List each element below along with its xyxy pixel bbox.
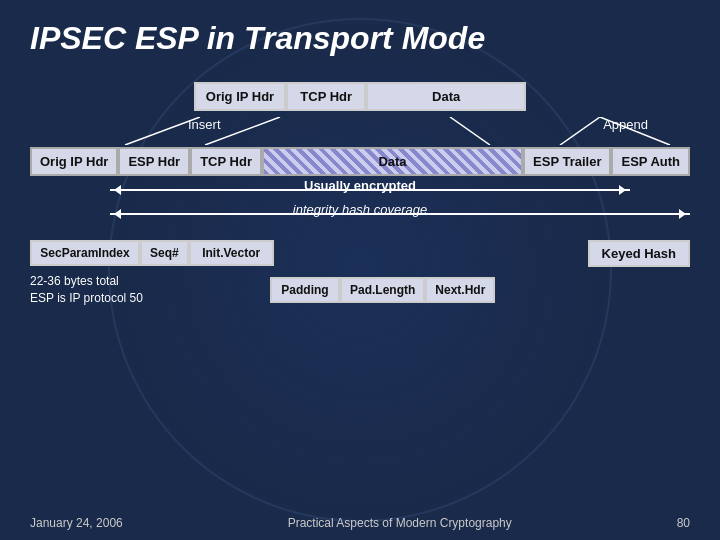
encrypted-label: Usually encrypted xyxy=(30,178,690,193)
sub-label: 22-36 bytes total ESP is IP protocol 50 xyxy=(30,273,270,307)
seq-num-box: Seq# xyxy=(140,240,189,266)
orig-ip-hdr-box: Orig IP Hdr xyxy=(194,82,286,111)
pad-length-box: Pad.Length xyxy=(340,277,425,303)
footer-center: Practical Aspects of Modern Cryptography xyxy=(288,516,512,530)
svg-line-3 xyxy=(560,117,600,145)
init-vector-box: Init.Vector xyxy=(189,240,274,266)
esp-trailer-box: ESP Trailer xyxy=(523,147,611,176)
sub-label-text: 22-36 bytes total ESP is IP protocol 50 xyxy=(30,274,143,305)
new-data-box: Data xyxy=(262,147,523,176)
svg-line-0 xyxy=(125,117,200,145)
next-hdr-box: Next.Hdr xyxy=(425,277,495,303)
new-orig-ip-box: Orig IP Hdr xyxy=(30,147,118,176)
keyed-hash-box: Keyed Hash xyxy=(588,240,690,267)
padding-box: Padding xyxy=(270,277,340,303)
svg-line-1 xyxy=(205,117,280,145)
footer: January 24, 2006 Practical Aspects of Mo… xyxy=(30,516,690,530)
sub-boxes: Padding Pad.Length Next.Hdr xyxy=(270,277,495,303)
sec-param-index-box: SecParamIndex xyxy=(30,240,140,266)
new-packet-row: Orig IP Hdr ESP Hdr TCP Hdr Data ESP Tra… xyxy=(30,147,690,176)
tcp-hdr-box: TCP Hdr xyxy=(286,82,366,111)
svg-line-4 xyxy=(600,117,670,145)
footer-date: January 24, 2006 xyxy=(30,516,123,530)
esp-hdr-box: ESP Hdr xyxy=(118,147,190,176)
slide: IPSEC ESP in Transport Mode Orig IP Hdr … xyxy=(0,0,720,540)
slide-title: IPSEC ESP in Transport Mode xyxy=(30,20,690,57)
footer-page: 80 xyxy=(677,516,690,530)
integrity-row: integrity hash coverage xyxy=(30,204,690,226)
encrypted-row: Usually encrypted xyxy=(30,180,690,202)
integrity-label: integrity hash coverage xyxy=(30,202,690,217)
content-area: Orig IP Hdr TCP Hdr Data Insert Append xyxy=(30,82,690,307)
data-box: Data xyxy=(366,82,526,111)
orig-packet-row: Orig IP Hdr TCP Hdr Data xyxy=(30,82,690,111)
sub-row: 22-36 bytes total ESP is IP protocol 50 … xyxy=(30,273,690,307)
esp-auth-box: ESP Auth xyxy=(611,147,690,176)
detail-row: SecParamIndex Seq# Init.Vector Keyed Has… xyxy=(30,240,690,267)
bracket-lines xyxy=(30,117,690,145)
new-tcp-hdr-box: TCP Hdr xyxy=(190,147,262,176)
svg-line-2 xyxy=(450,117,490,145)
